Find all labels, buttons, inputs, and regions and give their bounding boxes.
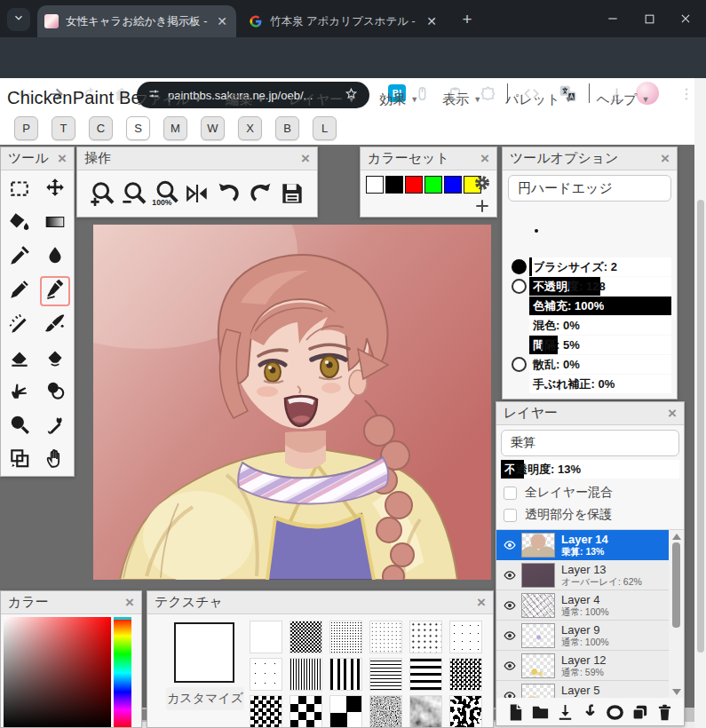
menu-パレット[interactable]: パレット▼ [505,91,572,108]
hue-strip[interactable] [114,617,131,728]
slider-色補充[interactable]: 色補充: 100%色補充: 100% [529,297,671,315]
texture-swatch-dots-med[interactable] [369,621,402,653]
tool-water-blur-button[interactable] [37,241,73,274]
tool-eyedropper-button[interactable] [2,241,37,274]
layer-visibility-eye-icon[interactable] [498,569,521,582]
delete-layer-button[interactable] [654,702,675,723]
brush-tip-outline-icon[interactable] [512,279,527,294]
scroll-up-icon[interactable] [672,534,681,540]
texture-swatch-dots-dense[interactable] [329,621,362,653]
color-swatch[interactable] [444,176,462,194]
drawing-canvas[interactable] [93,225,491,580]
layer-row-layer-13[interactable]: Layer 13オーバーレイ: 62% [496,560,669,590]
slider-不透明度[interactable]: 不透明度: 128不透明度: 128 [529,277,671,296]
tool-brush-button[interactable] [37,308,73,342]
add-group-button[interactable] [530,702,551,723]
add-layer-button[interactable] [505,702,526,723]
layer-row-layer-14[interactable]: Layer 14乗算: 13% [496,530,669,560]
color-swatch[interactable] [405,176,423,194]
layer-visibility-eye-icon[interactable] [498,599,521,612]
close-icon[interactable]: × [480,151,489,166]
blend-mode-dropdown[interactable]: 乗算 [501,430,679,456]
add-color-icon[interactable] [473,197,491,215]
lock-alpha-checkbox[interactable] [504,509,517,522]
tool-airbrush-button[interactable] [2,308,37,342]
slider-混色[interactable]: 混色: 0%混色: 0% [529,316,671,335]
sample-all-layers-checkbox[interactable] [504,487,517,500]
tool-dodge-button[interactable] [2,409,37,443]
texture-swatch-checker-fine2[interactable] [449,658,482,691]
texture-swatch-stripes-v-thick[interactable] [329,658,362,691]
shortcut-key-X[interactable]: X [238,116,262,140]
slider-手ぶれ補正[interactable]: 手ぶれ補正: 0%手ぶれ補正: 0% [529,375,671,393]
texture-swatch-stripes-h-thick[interactable] [409,658,442,691]
layer-mask-button[interactable] [605,702,625,723]
gear-icon[interactable] [473,174,491,192]
tool-burn-button[interactable] [37,409,73,443]
window-minimize-button[interactable] [601,7,624,30]
slider-ブラシサイズ[interactable]: ブラシサイズ: 2ブラシサイズ: 2 [529,257,671,276]
window-maximize-button[interactable] [638,7,661,30]
texture-swatch-checker-med[interactable] [250,695,282,728]
tool-hand-button[interactable] [37,443,73,477]
brush-tip-filled-icon[interactable] [512,259,527,274]
tool-smudge-button[interactable] [2,376,37,409]
page-scrollbar-thumb[interactable] [697,200,704,653]
kebab-menu-icon[interactable] [678,85,694,103]
menu-ヘルプ[interactable]: ヘルプ▼ [596,91,649,108]
close-icon[interactable]: × [477,595,486,610]
layer-visibility-eye-icon[interactable] [498,660,521,672]
color-swatch[interactable] [385,176,403,194]
close-icon[interactable]: × [58,151,67,166]
layer-visibility-eye-icon[interactable] [498,629,521,642]
layer-opacity-slider[interactable]: 不透明度: 13% 不透明度: 13% [501,460,679,479]
layer-visibility-eye-icon[interactable] [498,690,521,699]
texture-swatch-clouds[interactable] [409,695,442,728]
window-close-button[interactable] [674,7,697,30]
texture-customize-button[interactable]: カスタマイズ [166,687,244,710]
menu-編集[interactable]: 編集▼ [226,91,265,108]
tool-move-button[interactable] [37,173,73,207]
duplicate-layer-button[interactable] [630,702,650,723]
slider-間隔[interactable]: 間隔: 5%間隔: 5% [529,336,671,354]
texture-swatch-dots-tiny[interactable] [250,658,282,691]
shortcut-key-M[interactable]: M [163,116,187,140]
texture-swatch-checker-fine[interactable] [290,621,322,653]
layer-list-scrollbar[interactable] [669,530,684,698]
tool-select-marquee-button[interactable] [2,173,37,207]
tool-merge-copy-button[interactable] [2,443,37,477]
tool-pen-button[interactable] [37,274,73,308]
tab-search-button[interactable] [7,8,30,31]
texture-swatch-dots-sparse[interactable] [409,621,442,653]
texture-swatch-checker-xl[interactable] [329,695,362,728]
page-scrollbar[interactable] [694,78,706,728]
menu-表示[interactable]: 表示▼ [442,91,481,108]
menu-レイヤー[interactable]: レイヤー▼ [289,91,355,108]
scroll-down-icon[interactable] [672,689,681,695]
redo-button[interactable] [246,179,274,208]
shortcut-key-B[interactable]: B [275,116,299,140]
browser-tab-inactive[interactable]: 竹本泉 アポカリプスホテル - Goog ✕ [242,8,446,35]
brush-tip-outline-icon[interactable] [512,357,527,372]
flip-horizontal-button[interactable] [183,179,211,208]
slider-散乱[interactable]: 散乱: 0%散乱: 0% [529,355,671,374]
zoom-in-button[interactable] [88,179,116,208]
layer-row-layer-4[interactable]: Layer 4通常: 100% [496,590,669,621]
shortcut-key-S[interactable]: S [126,116,150,140]
color-swatch[interactable] [366,176,384,194]
texture-swatch-checker-big[interactable] [290,695,322,728]
tab-close-icon[interactable]: ✕ [215,14,229,28]
layer-visibility-eye-icon[interactable] [498,539,521,551]
tool-eraser-button[interactable] [2,342,37,376]
shortcut-key-C[interactable]: C [89,116,113,140]
texture-swatch-stripes-h-thin[interactable] [369,658,402,691]
tab-close-icon[interactable]: ✕ [424,14,439,28]
texture-swatch-stripes-v-thin[interactable] [290,658,322,691]
close-icon[interactable]: × [125,595,134,610]
tool-fill-bucket-button[interactable] [2,207,37,241]
close-icon[interactable]: × [668,406,677,421]
merge-down-button[interactable] [580,702,600,723]
scrollbar-thumb[interactable] [672,542,680,628]
layer-row-layer-9[interactable]: Layer 9通常: 100% [496,621,669,651]
color-swatch[interactable] [424,176,442,194]
